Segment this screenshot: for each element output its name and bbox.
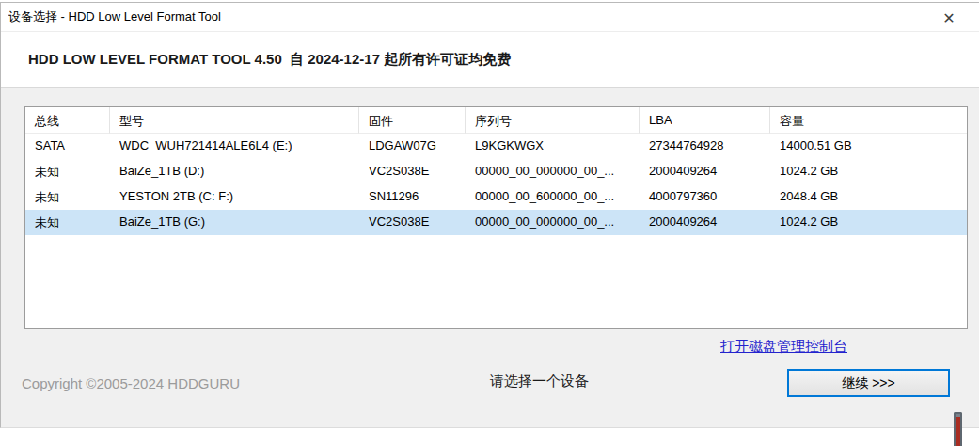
column-header-capacity[interactable]: 容量: [770, 107, 967, 134]
cell-model: BaiZe_1TB (D:): [110, 159, 359, 184]
red-progress-marker: [954, 412, 962, 446]
device-table-header: 总线 型号 固件 序列号 LBA 容量: [25, 107, 967, 134]
cell-lba: 4000797360: [640, 184, 770, 210]
column-header-bus[interactable]: 总线: [25, 107, 110, 134]
column-header-firmware[interactable]: 固件: [359, 107, 466, 134]
screen: 设备选择 - HDD Low Level Format Tool ✕ HDD L…: [0, 0, 980, 446]
select-device-hint: 请选择一个设备: [490, 373, 589, 390]
column-header-lba[interactable]: LBA: [640, 107, 770, 134]
cell-lba: 2000409264: [640, 159, 770, 184]
cell-serial: 00000_00_000000_00_...: [466, 159, 640, 184]
cell-bus: SATA: [25, 134, 110, 159]
license-banner-text: HDD LOW LEVEL FORMAT TOOL 4.50 自 2024-12…: [1, 51, 511, 69]
table-row[interactable]: 未知 BaiZe_1TB (D:) VC2S038E 00000_00_0000…: [25, 159, 967, 184]
cell-serial: L9KGKWGX: [466, 134, 640, 159]
cell-capacity: 1024.2 GB: [770, 159, 967, 184]
cell-bus: 未知: [25, 184, 110, 210]
cell-bus: 未知: [25, 159, 110, 184]
column-header-serial[interactable]: 序列号: [466, 107, 640, 134]
table-row-selected[interactable]: 未知 BaiZe_1TB (G:) VC2S038E 00000_00_0000…: [25, 210, 967, 235]
table-row[interactable]: SATA WDC WUH721414ALE6L4 (E:) LDGAW07G L…: [25, 134, 967, 159]
cell-lba: 27344764928: [640, 134, 770, 159]
cell-capacity: 2048.4 GB: [770, 184, 967, 210]
window-title: 设备选择 - HDD Low Level Format Tool: [1, 8, 221, 25]
cell-firmware: VC2S038E: [359, 210, 466, 235]
device-table: 总线 型号 固件 序列号 LBA 容量 SATA WDC WUH721414AL…: [24, 106, 968, 329]
close-icon[interactable]: ✕: [939, 8, 959, 28]
title-bar: 设备选择 - HDD Low Level Format Tool: [1, 3, 979, 32]
cell-lba: 2000409264: [640, 210, 770, 235]
copyright-text: Copyright ©2005-2024 HDDGURU: [22, 375, 240, 391]
cell-model: YESTON 2TB (C: F:): [110, 184, 359, 210]
device-selection-dialog: 设备选择 - HDD Low Level Format Tool ✕ HDD L…: [0, 2, 979, 428]
cell-bus: 未知: [25, 210, 110, 235]
cell-model: WDC WUH721414ALE6L4 (E:): [110, 134, 359, 159]
cell-firmware: VC2S038E: [359, 159, 466, 184]
cell-firmware: SN11296: [359, 184, 466, 210]
continue-button[interactable]: 继续 >>>: [787, 369, 950, 397]
cell-model: BaiZe_1TB (G:): [110, 210, 359, 235]
open-disk-management-link[interactable]: 打开磁盘管理控制台: [720, 338, 847, 356]
cell-firmware: LDGAW07G: [359, 134, 466, 159]
license-banner: HDD LOW LEVEL FORMAT TOOL 4.50 自 2024-12…: [1, 32, 979, 88]
cell-serial: 00000_00_600000_00_...: [466, 184, 640, 210]
table-row[interactable]: 未知 YESTON 2TB (C: F:) SN11296 00000_00_6…: [25, 184, 967, 210]
cell-serial: 00000_00_000000_00_...: [466, 210, 640, 235]
column-header-model[interactable]: 型号: [110, 107, 359, 134]
cell-capacity: 14000.51 GB: [770, 134, 967, 159]
cell-capacity: 1024.2 GB: [770, 210, 967, 235]
